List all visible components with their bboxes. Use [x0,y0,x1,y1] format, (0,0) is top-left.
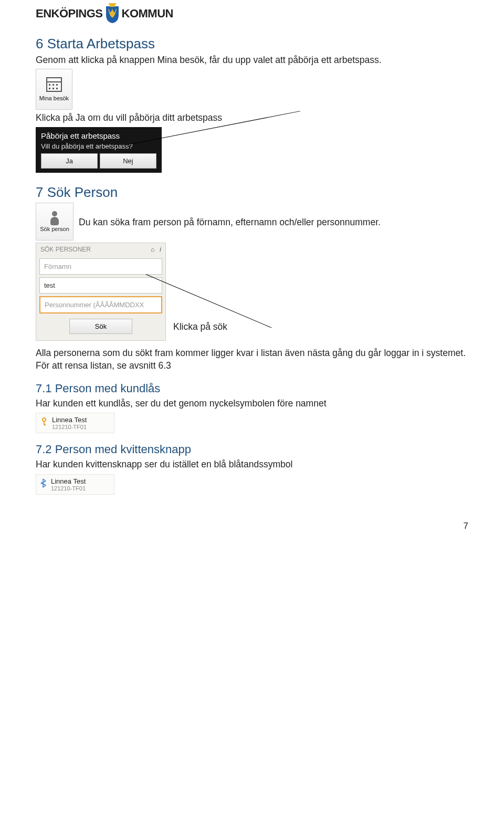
home-icon[interactable]: ⌂ [151,246,154,253]
person-name: Linnea Test [52,416,87,424]
logo-left: ENKÖPINGS [36,7,103,20]
klicka-pa-sok-label: Klicka på sök [173,321,227,341]
sec7-desc: Du kan söka fram person på förnamn, efte… [79,216,381,229]
dialog-msg: Vill du påbörja ett arbetspass? [41,142,156,150]
person-id: 121210-TF01 [52,424,87,430]
svg-rect-0 [110,3,115,7]
org-logo: ENKÖPINGS KOMMUN [36,3,468,24]
svg-rect-2 [115,3,116,5]
info-icon[interactable]: i [160,246,161,253]
sec6-intro: Genom att klicka på knappen Mina besök, … [36,54,468,67]
personnummer-input[interactable] [39,296,162,314]
sec7-after: Alla personerna som du sökt fram kommer … [36,347,468,372]
svg-rect-1 [109,3,110,5]
heading-person-kvittensknapp: 7.2 Person med kvittensknapp [36,443,468,456]
sec71-body: Har kunden ett kundlås, ser du det genom… [36,398,468,410]
sok-person-button[interactable]: Sök person [36,203,74,241]
nej-button[interactable]: Nej [100,153,156,169]
crest-icon [105,3,120,24]
svg-point-3 [43,417,46,421]
bluetooth-icon [40,478,47,490]
person-entry-kvittens[interactable]: Linnea Test 121210-TF01 [36,474,114,495]
sok-person-label: Sök person [40,226,69,232]
mina-besok-button[interactable]: Mina besök [36,69,72,110]
heading-starta-arbetspass: 6 Starta Arbetspass [36,36,468,52]
logo-right: KOMMUN [122,7,173,20]
heading-sok-person: 7 Sök Person [36,184,468,201]
sok-button[interactable]: Sök [69,319,132,334]
efternamn-input[interactable] [39,277,162,294]
mina-besok-label: Mina besök [39,95,69,101]
key-icon [40,417,48,429]
fornamn-input[interactable] [39,258,162,275]
calendar-icon [46,77,62,92]
start-shift-dialog: Påbörja ett arbetspass Vill du påbörja e… [36,127,162,173]
search-panel: SÖK PERSONER ⌂ i Sök [36,243,166,341]
heading-person-kundlas: 7.1 Person med kundlås [36,382,468,395]
person-name: Linnea Test [51,477,86,485]
sec72-body: Har kunden kvittensknapp ser du istället… [36,458,468,471]
dialog-title: Påbörja ett arbetspass [41,131,156,140]
page-number: 7 [36,521,468,531]
person-id: 121210-TF01 [51,485,86,492]
person-icon [50,211,59,226]
ja-button[interactable]: Ja [41,153,98,169]
svg-rect-5 [44,424,46,425]
person-entry-kundlas[interactable]: Linnea Test 121210-TF01 [36,413,114,433]
panel-head: SÖK PERSONER [40,246,91,253]
sec6-instr2: Klicka på Ja om du vill påbörja ditt arb… [36,112,468,124]
